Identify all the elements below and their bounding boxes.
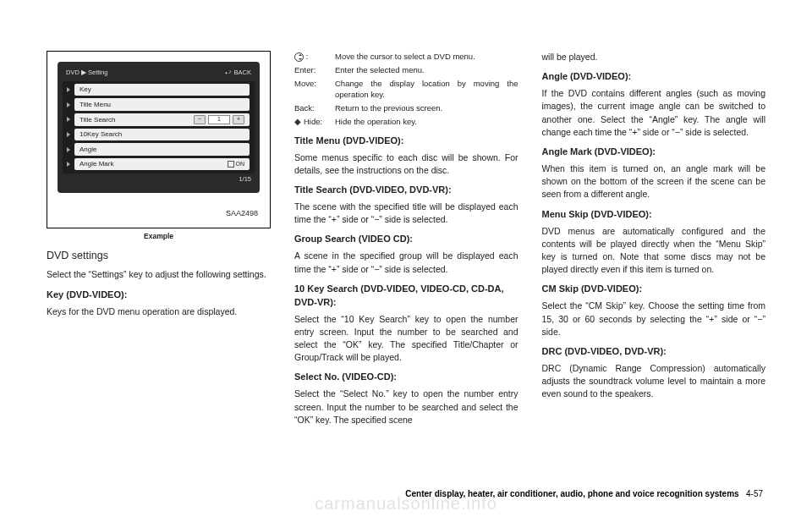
heading-dvd-settings: DVD settings <box>47 248 271 263</box>
def-value: Return to the previous screen. <box>335 102 518 114</box>
body-text: Select the “Settings” key to adjust the … <box>47 268 271 281</box>
heading-select-no: Select No. (VIDEO-CD): <box>294 371 518 384</box>
def-value: Hide the operation key. <box>335 116 518 128</box>
body-text: will be played. <box>542 51 766 63</box>
body-text: If the DVD contains different angles (su… <box>542 87 766 139</box>
def-value: Move the cursor to select a DVD menu. <box>335 51 518 63</box>
page-indicator: 1/15 <box>239 175 251 184</box>
body-text: Select the “CM Skip” key. Choose the set… <box>542 300 766 338</box>
heading-title-search: Title Search (DVD-VIDEO, DVD-VR): <box>294 184 518 197</box>
def-key: : <box>306 52 309 61</box>
menu-item-title-menu[interactable]: Title Menu <box>74 98 250 111</box>
footer-section: Center display, heater, air conditioner,… <box>405 489 738 498</box>
def-key: Move: <box>294 78 332 102</box>
body-text: A scene in the specified group will be d… <box>294 250 518 275</box>
menu-label: Title Menu <box>80 100 111 110</box>
breadcrumb: DVD ▶ Setting <box>66 69 107 78</box>
def-key: Hide: <box>304 117 322 126</box>
on-label: ON <box>236 160 245 168</box>
title-search-value: 1 <box>208 115 230 124</box>
heading-group-search: Group Search (VIDEO CD): <box>294 233 518 246</box>
def-value: Enter the selected menu. <box>335 64 518 76</box>
def-value: Change the display location by moving th… <box>335 78 518 102</box>
menu-item-angle[interactable]: Angle <box>74 143 250 156</box>
heading-angle-mark: Angle Mark (DVD-VIDEO): <box>542 146 766 159</box>
figure: DVD ▶ Setting ⮐ BACK Key Title Menu Titl… <box>47 51 271 241</box>
menu-item-angle-mark[interactable]: Angle Mark ON <box>74 158 250 171</box>
screenshot-frame: DVD ▶ Setting ⮐ BACK Key Title Menu Titl… <box>47 51 271 228</box>
dvd-settings-screen: DVD ▶ Setting ⮐ BACK Key Title Menu Titl… <box>58 62 260 193</box>
footer-page: 4-57 <box>746 489 763 498</box>
back-button[interactable]: ⮐ BACK <box>225 69 251 78</box>
heading-angle: Angle (DVD-VIDEO): <box>542 70 766 84</box>
heading-title-menu: Title Menu (DVD-VIDEO): <box>294 135 518 148</box>
figure-caption: Example <box>47 231 271 241</box>
menu-item-title-search[interactable]: Title Search − 1 + <box>74 113 250 126</box>
body-text: Select the “Select No.” key to open the … <box>294 388 518 426</box>
menu-item-key[interactable]: Key <box>74 84 250 96</box>
heading-key: Key (DVD-VIDEO): <box>47 289 271 302</box>
definition-list: : Move the cursor to select a DVD menu. … <box>294 51 518 128</box>
body-text: When this item is turned on, an angle ma… <box>542 162 766 201</box>
body-text: Some menus specific to each disc will be… <box>294 151 518 177</box>
heading-10key-search: 10 Key Search (DVD-VIDEO, VIDEO-CD, CD-D… <box>294 283 518 310</box>
menu-label: 10Key Search <box>80 129 122 140</box>
body-text: Keys for the DVD menu operation are disp… <box>47 305 271 318</box>
body-text: DRC (Dynamic Range Compression) automati… <box>542 362 766 401</box>
heading-menu-skip: Menu Skip (DVD-VIDEO): <box>542 208 766 222</box>
cursor-icon <box>294 52 304 62</box>
menu-item-10key-search[interactable]: 10Key Search <box>74 129 250 141</box>
def-key: Back: <box>294 102 332 114</box>
body-text: Select the “10 Key Search” key to open t… <box>294 313 518 365</box>
heading-cm-skip: CM Skip (DVD-VIDEO): <box>542 283 766 296</box>
heading-drc: DRC (DVD-VIDEO, DVD-VR): <box>542 345 766 359</box>
figure-id: SAA2498 <box>226 208 258 219</box>
menu-label: Angle Mark <box>80 159 113 169</box>
plus-button[interactable]: + <box>233 115 244 124</box>
menu-label: Title Search <box>80 115 115 125</box>
menu-label: Key <box>80 85 91 95</box>
minus-button[interactable]: − <box>194 115 206 124</box>
menu-label: Angle <box>80 145 96 155</box>
body-text: The scene with the specified title will … <box>294 201 518 226</box>
body-text: DVD menus are automatically configured a… <box>542 225 766 277</box>
page-footer: Center display, heater, air conditioner,… <box>0 489 812 498</box>
arrows-icon <box>294 118 304 127</box>
def-key: Enter: <box>294 64 332 76</box>
checkbox-icon[interactable] <box>228 161 234 168</box>
